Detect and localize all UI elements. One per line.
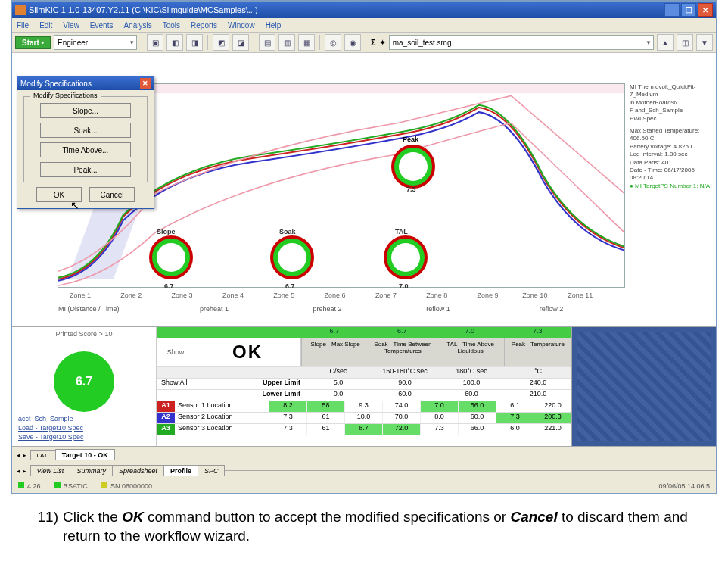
dialog-title: Modify Specifications [20, 80, 92, 88]
green-cell: 7.0 [436, 327, 504, 338]
zone-label: Zone 10 [522, 292, 547, 299]
info-line: in MotherBoard% [630, 99, 713, 107]
lower-limit-label: Lower Limit [157, 390, 305, 401]
menu-edit[interactable]: Edit [39, 21, 52, 30]
window-title: SlimKIC 1.1.0-13407.Y2.11 (C:\KIC\Slimgu… [29, 5, 664, 14]
lower-cell: 60.0 [372, 390, 438, 401]
start-button[interactable]: Start • [15, 36, 51, 49]
cancel-button[interactable]: Cancel [89, 187, 135, 202]
menu-help[interactable]: Help [266, 21, 282, 30]
role-combo[interactable]: Engineer [54, 35, 137, 50]
chart-area: Slope 6.7 Soak 6.7 TAL 7.0 Peak 7.3 Zone… [12, 53, 716, 327]
menubar: File Edit View Events Analysis Tools Rep… [12, 18, 716, 33]
menu-events[interactable]: Events [90, 21, 114, 30]
zone-label: Zone 7 [375, 292, 397, 299]
gauge-peak-label: Peak [403, 136, 418, 143]
info-line: PWI Spec [630, 115, 713, 123]
sensor-row[interactable]: A3 Sensor 3 Location 7.3 61 8.7 72.0 7.3… [157, 423, 571, 435]
link-sample[interactable]: acct_Sch_Sample [18, 415, 150, 422]
showall-label[interactable]: Show All [161, 379, 188, 386]
toolbar-icon[interactable]: ◉ [344, 34, 361, 51]
gauge-tal-label: TAL [395, 228, 408, 235]
info-line: Battery voltage: 4.8250 [630, 143, 713, 151]
zone-label: Zone 2 [120, 292, 142, 299]
instruction-text: 11) Click the OK command button to accep… [16, 508, 712, 545]
app-icon [15, 5, 26, 15]
sensor-name: Sensor 3 Location [175, 424, 269, 435]
toolbar-icon[interactable]: ◩ [213, 34, 229, 51]
upper-cell: 5.0 [305, 379, 372, 389]
toolbar: Start • Engineer ▣ ◧ ◨ ◩ ◪ ▤ ▥ ▦ ◎ ◉ Σ ✦… [12, 33, 716, 53]
info-line: F and_Sch_Sample [630, 107, 713, 114]
info-line: ● MI TargetPS Number 1: N/A [630, 182, 713, 190]
status-port: RSATIC [64, 482, 88, 490]
view-tab[interactable]: View List [30, 465, 71, 476]
info-line: Log Interval: 1.00 sec [630, 151, 713, 158]
slope-button[interactable]: Slope... [40, 103, 131, 118]
gauge-peak [391, 145, 435, 189]
menu-window[interactable]: Window [228, 21, 255, 30]
maximize-button[interactable]: ❐ [681, 3, 696, 17]
toolbar-icon[interactable]: ▦ [298, 34, 315, 51]
lower-cell: 210.0 [505, 390, 571, 401]
toolbar-icon[interactable]: ▤ [259, 34, 275, 51]
x-axis-label: reflow 2 [540, 305, 564, 313]
toolbar-icon[interactable]: ▲ [657, 34, 674, 51]
status-sn: SN:06000000 [110, 482, 152, 490]
time-above-button[interactable]: Time Above... [40, 142, 131, 157]
minimize-button[interactable]: _ [664, 3, 680, 17]
sensor-name: Sensor 2 Location [175, 413, 269, 423]
instruction-number: 11) [16, 508, 63, 545]
sensor-row[interactable]: A1 Sensor 1 Location 8.2 58 9.3 74.0 7.0… [157, 401, 571, 412]
close-button[interactable]: ✕ [698, 3, 713, 17]
instruction-ok: OK [122, 509, 144, 525]
zone-label: Zone 4 [222, 292, 244, 299]
view-tab-profile[interactable]: Profile [163, 465, 198, 476]
toolbar-icon[interactable]: ◪ [232, 34, 249, 51]
gauge-tal [384, 235, 428, 279]
file-combo[interactable]: ma_soil_test.smg [389, 35, 654, 50]
pcb-image[interactable] [571, 327, 716, 446]
link-save-spec[interactable]: Save - Target10 Spec [18, 433, 150, 441]
link-load-spec[interactable]: Load - Target10 Spec [18, 424, 150, 432]
status-temp: 4.26 [27, 482, 41, 490]
col-header: TAL - Time Above Liquidous [437, 338, 504, 366]
zone-label: Zone 3 [172, 292, 193, 299]
titlebar: SlimKIC 1.1.0-13407.Y2.11 (C:\KIC\Slimgu… [12, 2, 716, 18]
application-window: SlimKIC 1.1.0-13407.Y2.11 (C:\KIC\Slimgu… [11, 0, 717, 494]
view-tab[interactable]: Spreadsheet [112, 465, 164, 476]
dialog-close-button[interactable]: ✕ [140, 78, 151, 89]
tab-lati[interactable]: LATI [30, 450, 56, 460]
view-tab[interactable]: SPC [198, 465, 226, 476]
toolbar-icon[interactable]: ▣ [147, 34, 163, 51]
view-tab[interactable]: Summary [70, 465, 113, 476]
toolbar-icon[interactable]: ◫ [677, 34, 693, 51]
cursor-icon: ↖ [70, 199, 79, 211]
menu-tools[interactable]: Tools [163, 21, 180, 30]
menu-reports[interactable]: Reports [191, 21, 217, 30]
toolbar-icon[interactable]: ◧ [166, 34, 183, 51]
peak-button[interactable]: Peak... [40, 162, 131, 177]
sensor-tag: A3 [157, 424, 175, 435]
menu-analysis[interactable]: Analysis [123, 21, 151, 30]
tab-target[interactable]: Target 10 - OK [55, 449, 115, 460]
gauge-peak-value: 7.3 [406, 186, 416, 193]
toolbar-icon[interactable]: ◨ [186, 34, 203, 51]
toolbar-icon[interactable]: ◎ [325, 34, 341, 51]
status-bar: 4.26 RSATIC SN:06000000 09/06/05 14:06:5 [12, 479, 716, 493]
menu-view[interactable]: View [63, 21, 79, 30]
toolbar-icon[interactable]: ▼ [696, 34, 713, 51]
zone-label: Zone 6 [325, 292, 346, 299]
modify-specifications-dialog: Modify Specifications ✕ Modify Specifica… [17, 76, 154, 209]
subhead-cell: 180°C sec [438, 367, 505, 378]
green-cell: 7.3 [504, 327, 572, 338]
instruction-cancel: Cancel [510, 509, 557, 525]
menu-file[interactable]: File [17, 21, 29, 30]
sensor-row[interactable]: A2 Sensor 2 Location 7.3 61 10.0 70.0 8.… [157, 412, 571, 423]
upper-cell: 240.0 [505, 379, 571, 389]
status-led-icon [101, 482, 107, 488]
toolbar-icon[interactable]: ▥ [278, 34, 295, 51]
ok-status: OK [194, 338, 301, 366]
soak-button[interactable]: Soak... [40, 123, 131, 138]
upper-cell: 100.0 [438, 379, 505, 389]
